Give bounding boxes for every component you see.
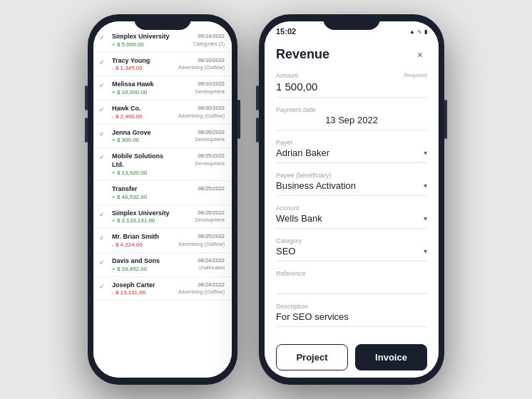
list-item[interactable]: ✓Mr. Brian Smith- $ 4,224.0008/25/2022Ad…	[93, 229, 232, 253]
payee-label: Payee (beneficiary)	[276, 172, 332, 179]
amount-value: 1 500,00	[276, 81, 427, 93]
list-item[interactable]: ✓Simplex University+ $ 2,133,131.0008/25…	[93, 205, 232, 229]
transaction-amount: + $ 2,133,131.00	[112, 217, 175, 224]
transaction-amount: + $ 300.00	[112, 137, 175, 143]
list-item[interactable]: ✓Simplex University+ $ 5,000.0009/14/202…	[93, 28, 232, 53]
transaction-category: Advertising (Outflow)	[178, 64, 225, 71]
right-screen-content: 15:02 ▲ ∿ ▮ Revenue × Amount Required	[265, 21, 439, 378]
account-label: Account	[276, 204, 300, 212]
list-item[interactable]: ✓Joseph Carter- $ 13,131.0008/24/2022Adv…	[93, 277, 232, 301]
transaction-name: Davis and Sons	[112, 257, 175, 266]
check-icon: ✓	[99, 259, 109, 266]
transaction-amount: + $ 5,000.00	[112, 41, 175, 48]
transaction-name: Mr. Brian Smith	[112, 233, 175, 242]
transaction-date: 08/25/2022	[178, 233, 225, 241]
account-field[interactable]: Account Wells Bank ▾	[276, 204, 427, 229]
description-field[interactable]: Description For SEO services	[276, 303, 427, 327]
reference-label: Reference	[276, 270, 306, 277]
transaction-name: Tracy Young	[112, 57, 175, 66]
battery-icon: ▮	[424, 28, 427, 35]
transaction-category: Categories (2)	[178, 41, 225, 48]
transaction-date: 08/24/2022	[178, 281, 225, 289]
close-button[interactable]: ×	[413, 48, 427, 62]
category-value: SEO	[276, 246, 295, 256]
transaction-name: Joseph Carter	[112, 281, 175, 290]
project-button[interactable]: Project	[276, 344, 348, 370]
check-icon: ✓	[99, 154, 109, 161]
transaction-screen: ✓Simplex University+ $ 5,000.0009/14/202…	[93, 21, 232, 378]
amount-field[interactable]: Amount Required 1 500,00	[276, 72, 427, 98]
transaction-category: Development	[178, 136, 225, 143]
transaction-name: Jenna Grove	[112, 129, 175, 138]
transaction-name: Hawk Co.	[112, 105, 175, 113]
left-screen: ✓Simplex University+ $ 5,000.0009/14/202…	[93, 21, 232, 378]
transaction-date: 08/26/2022	[178, 129, 225, 137]
home-indicator-right[interactable]	[330, 372, 373, 375]
revenue-form: Revenue × Amount Required 1 500,00 Payme…	[265, 38, 439, 337]
volume-up-button-right[interactable]	[256, 86, 259, 110]
transaction-category: Advertising (Outflow)	[178, 289, 225, 296]
payee-field[interactable]: Payee (beneficiary) Business Activation …	[276, 172, 427, 196]
check-icon: ✓	[99, 130, 109, 138]
transaction-date: 08/25/2022	[178, 152, 225, 160]
list-item[interactable]: ✓Mobile Solutions Ltd.+ $ 13,920.0008/25…	[93, 148, 232, 180]
volume-up-button[interactable]	[85, 86, 88, 110]
list-item[interactable]: ✓Davis and Sons+ $ 33,452.0008/24/2022Un…	[93, 253, 232, 277]
transaction-date: 09/10/2022	[178, 57, 225, 65]
transaction-category: Development	[178, 217, 225, 224]
transaction-date: 08/24/2022	[178, 257, 225, 265]
reference-field[interactable]: Reference	[276, 270, 427, 294]
payer-label: Payer	[276, 139, 293, 146]
check-icon: ✓	[99, 58, 109, 66]
check-icon: ✓	[99, 106, 109, 113]
transaction-category: Advertising (Outflow)	[178, 113, 225, 120]
transaction-name: Melissa Hawk	[112, 81, 175, 89]
transaction-list[interactable]: ✓Simplex University+ $ 5,000.0009/14/202…	[93, 21, 232, 378]
transaction-date: 08/25/2022	[178, 185, 225, 193]
check-icon: ✓	[99, 283, 109, 290]
transaction-date: 08/30/2022	[178, 105, 225, 113]
status-time: 15:02	[276, 27, 296, 36]
transaction-amount: - $ 2,400.00	[112, 113, 175, 120]
amount-required: Required	[404, 72, 427, 79]
wifi-icon: ∿	[417, 28, 422, 35]
volume-down-button-right[interactable]	[256, 118, 259, 142]
payment-date-field[interactable]: Payment date 13 Sep 2022	[276, 106, 427, 130]
home-indicator[interactable]	[141, 372, 184, 375]
transaction-amount: - $ 1,345.00	[112, 65, 175, 71]
status-icons: ▲ ∿ ▮	[409, 28, 427, 35]
list-item[interactable]: ✓Melissa Hawk+ $ 10,000.0009/10/2022Deve…	[93, 76, 232, 100]
account-value: Wells Bank	[276, 213, 322, 224]
volume-down-button[interactable]	[85, 118, 88, 142]
transaction-date: 08/25/2022	[178, 209, 225, 217]
payer-field[interactable]: Payer Adrian Baker ▾	[276, 139, 427, 163]
power-button[interactable]	[237, 100, 240, 139]
payee-chevron-icon: ▾	[424, 182, 427, 190]
list-item[interactable]: ✓Jenna Grove+ $ 300.0008/26/2022Developm…	[93, 125, 232, 149]
check-icon: ✓	[99, 34, 109, 41]
check-icon: ✓	[99, 211, 109, 218]
transaction-amount: + $ 46,532.00	[112, 194, 175, 200]
invoice-button[interactable]: Invoice	[355, 344, 427, 370]
transaction-category: Advertising (Outflow)	[178, 241, 225, 248]
description-label: Description	[276, 303, 308, 310]
revenue-title: Revenue	[276, 47, 329, 62]
list-item[interactable]: ✓Hawk Co.- $ 2,400.0008/30/2022Advertisi…	[93, 100, 232, 125]
payment-date-value: 13 Sep 2022	[276, 115, 427, 125]
right-phone: 15:02 ▲ ∿ ▮ Revenue × Amount Required	[259, 14, 444, 385]
list-item[interactable]: ✓Transfer+ $ 46,532.0008/25/2022	[93, 181, 232, 205]
category-chevron-icon: ▾	[424, 247, 427, 255]
account-chevron-icon: ▾	[424, 214, 427, 222]
transaction-category: Development	[178, 88, 225, 95]
transaction-name: Mobile Solutions Ltd.	[112, 152, 175, 169]
transaction-amount: - $ 13,131.00	[112, 289, 175, 296]
power-button-right[interactable]	[444, 100, 447, 139]
left-phone: ✓Simplex University+ $ 5,000.0009/14/202…	[88, 14, 237, 385]
category-label: Category	[276, 237, 302, 244]
amount-label: Amount	[276, 72, 298, 79]
payer-chevron-icon: ▾	[424, 149, 427, 157]
category-field[interactable]: Category SEO ▾	[276, 237, 427, 261]
payer-value: Adrian Baker	[276, 147, 329, 158]
list-item[interactable]: ✓Tracy Young- $ 1,345.0009/10/2022Advert…	[93, 53, 232, 77]
payee-value: Business Activation	[276, 180, 356, 191]
